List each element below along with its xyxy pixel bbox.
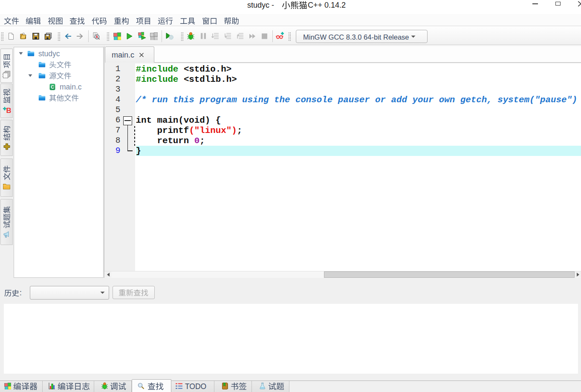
svg-text:C: C	[51, 84, 54, 89]
svg-text:B: B	[6, 107, 11, 114]
